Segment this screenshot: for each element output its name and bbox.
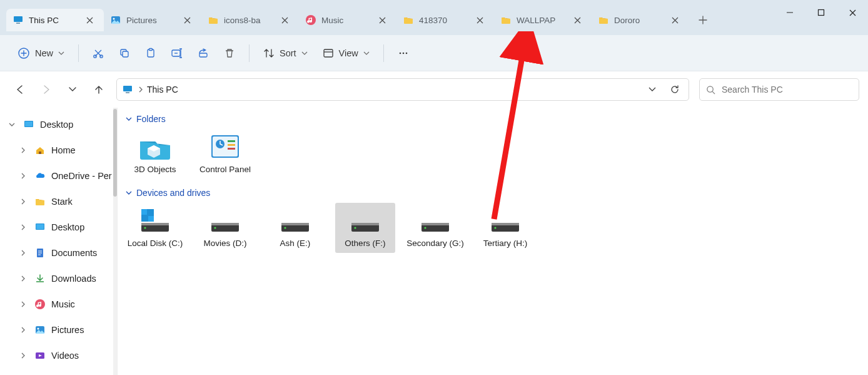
- delete-button[interactable]: [218, 42, 241, 64]
- tab-close-button[interactable]: [667, 12, 683, 28]
- svg-rect-0: [14, 16, 23, 22]
- svg-rect-12: [149, 48, 153, 50]
- svg-rect-47: [211, 223, 239, 225]
- svg-point-16: [399, 52, 401, 54]
- tab-close-button[interactable]: [81, 12, 98, 28]
- drive-item-movies-d-[interactable]: Movies (D:): [195, 203, 255, 253]
- titlebar: This PCPicturesicons8-baMusic418370WALLP…: [0, 0, 868, 35]
- back-button[interactable]: [9, 78, 31, 101]
- folder-item-3d-objects[interactable]: 3D Objects: [125, 129, 185, 179]
- breadcrumb-item[interactable]: This PC: [147, 85, 178, 95]
- sidebar-item-desktop[interactable]: Desktop: [0, 111, 117, 137]
- tab-music[interactable]: Music: [299, 9, 396, 31]
- sidebar-item-onedrive-per[interactable]: OneDrive - Per: [0, 163, 117, 188]
- drive-item-tertiary-h-[interactable]: Tertiary (H:): [475, 203, 535, 253]
- copy-button[interactable]: [113, 42, 136, 64]
- drive-item-secondary-g-[interactable]: Secondary (G:): [405, 203, 465, 253]
- chevron-icon[interactable]: [18, 301, 29, 307]
- chevron-icon[interactable]: [18, 173, 29, 179]
- tab-close-button[interactable]: [569, 12, 585, 28]
- tab-dororo[interactable]: Dororo: [592, 9, 689, 31]
- sidebar-item-home[interactable]: Home: [0, 137, 117, 163]
- folder-item-control-panel[interactable]: Control Panel: [195, 129, 255, 179]
- sidebar-item-videos[interactable]: Videos: [0, 342, 117, 368]
- drive-item-others-f-[interactable]: Others (F:): [335, 203, 395, 253]
- tab-wallpap[interactable]: WALLPAP: [494, 9, 592, 31]
- history-dropdown-button[interactable]: [643, 78, 661, 101]
- desktop-blue-icon: [23, 118, 35, 131]
- tab-label: Pictures: [126, 16, 174, 25]
- maximize-button[interactable]: [805, 0, 837, 25]
- sidebar-item-stark[interactable]: Stark: [0, 188, 117, 214]
- chevron-icon[interactable]: [18, 224, 29, 230]
- paste-button[interactable]: [139, 42, 163, 64]
- view-label: View: [339, 48, 358, 58]
- forward-button[interactable]: [35, 78, 58, 101]
- up-button[interactable]: [88, 78, 110, 101]
- sidebar-scrollbar-thumb[interactable]: [113, 109, 117, 197]
- tab-this-pc[interactable]: This PC: [6, 9, 104, 31]
- chevron-icon[interactable]: [18, 352, 29, 359]
- chevron-icon[interactable]: [18, 250, 29, 256]
- new-tab-button[interactable]: [692, 9, 714, 31]
- search-box[interactable]: [699, 78, 859, 101]
- folder-icon: [34, 195, 46, 208]
- tab-close-button[interactable]: [472, 12, 488, 28]
- breadcrumb[interactable]: This PC: [138, 85, 638, 95]
- sidebar-item-music[interactable]: Music: [0, 291, 117, 317]
- sort-button[interactable]: Sort: [257, 44, 314, 63]
- sidebar-item-pictures[interactable]: Pictures: [0, 317, 117, 342]
- svg-rect-40: [148, 209, 154, 215]
- drive-icon: [278, 207, 313, 234]
- more-button[interactable]: [391, 42, 415, 64]
- group-label: Devices and drives: [136, 188, 210, 198]
- drive-item-local-disk-c-[interactable]: Local Disk (C:): [125, 203, 185, 253]
- new-button[interactable]: New: [11, 43, 71, 63]
- music-icon: [305, 14, 316, 26]
- svg-rect-10: [123, 51, 128, 57]
- close-window-button[interactable]: [837, 0, 868, 25]
- group-header-devices[interactable]: Devices and drives: [125, 188, 860, 198]
- tab-close-button[interactable]: [276, 12, 293, 28]
- search-input[interactable]: [722, 85, 852, 95]
- view-button[interactable]: View: [316, 44, 376, 63]
- main-body: DesktopHomeOneDrive - PerStarkDesktopDoc…: [0, 108, 868, 375]
- music-icon: [34, 298, 46, 311]
- 3d-icon: [138, 133, 173, 160]
- drive-item-ash-e-[interactable]: Ash (E:): [265, 203, 325, 253]
- sidebar-item-desktop[interactable]: Desktop: [0, 214, 117, 240]
- recent-locations-button[interactable]: [61, 78, 84, 101]
- chevron-icon[interactable]: [18, 198, 29, 205]
- tab-418370[interactable]: 418370: [396, 9, 494, 31]
- rename-button[interactable]: [165, 42, 189, 64]
- sidebar-item-label: Documents: [51, 248, 97, 258]
- drives-grid: Local Disk (C:)Movies (D:)Ash (E:)Others…: [125, 203, 860, 253]
- tab-icons8-ba[interactable]: icons8-ba: [201, 9, 299, 31]
- svg-point-3: [113, 18, 115, 20]
- tab-close-button[interactable]: [374, 12, 390, 28]
- group-header-folders[interactable]: Folders: [125, 114, 860, 124]
- share-button[interactable]: [191, 42, 215, 64]
- sidebar-item-label: Desktop: [40, 120, 73, 130]
- refresh-button[interactable]: [666, 78, 684, 101]
- chevron-icon[interactable]: [18, 147, 29, 153]
- svg-point-51: [284, 227, 286, 229]
- item-caption: Tertiary (H:): [483, 238, 528, 249]
- chevron-icon[interactable]: [18, 327, 29, 333]
- svg-rect-41: [141, 216, 147, 222]
- tab-close-button[interactable]: [179, 12, 195, 28]
- tab-pictures[interactable]: Pictures: [104, 9, 201, 31]
- svg-point-57: [424, 227, 426, 229]
- sidebar-item-label: Stark: [51, 197, 73, 207]
- sidebar-item-downloads[interactable]: Downloads: [0, 265, 117, 291]
- cut-button[interactable]: [86, 42, 110, 64]
- drive-icon: [488, 207, 523, 234]
- chevron-icon[interactable]: [6, 121, 18, 128]
- item-caption: Ash (E:): [280, 238, 311, 249]
- minimize-button[interactable]: [774, 0, 805, 25]
- address-bar[interactable]: This PC: [116, 78, 689, 101]
- sidebar-item-documents[interactable]: Documents: [0, 240, 117, 265]
- drive-win-icon: [138, 207, 173, 234]
- svg-point-17: [402, 52, 404, 54]
- chevron-icon[interactable]: [18, 275, 29, 282]
